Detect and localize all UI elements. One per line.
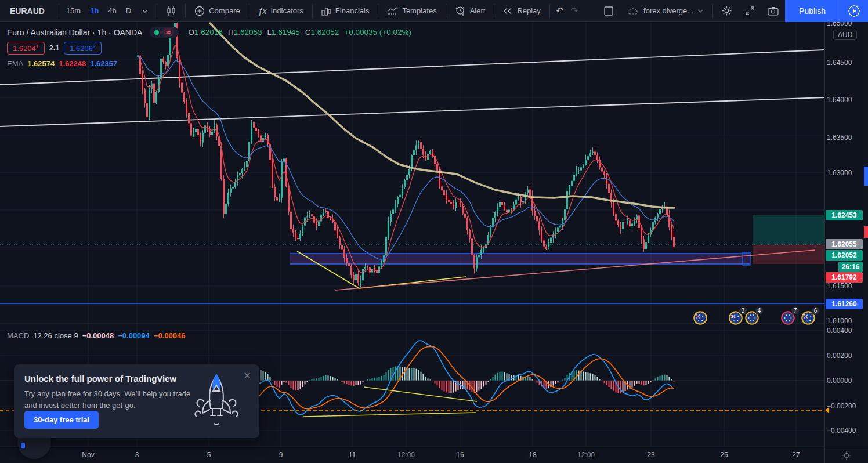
ema-value-2: 1.62248 [59, 59, 86, 68]
timeframe-4h[interactable]: 4h [103, 0, 121, 22]
compare-button[interactable]: Compare [188, 0, 246, 22]
compare-plus-icon [194, 6, 205, 16]
chart-style-button[interactable] [160, 0, 183, 22]
alert-clock-icon [455, 6, 466, 16]
macd-signal-value: −0.00046 [154, 331, 186, 340]
price-tick: 1.61000 [827, 317, 852, 325]
toolbar-separator [378, 4, 378, 18]
toolbar-separator [712, 4, 713, 18]
alert-button[interactable]: Alert [449, 0, 492, 22]
templates-label: Templates [402, 6, 436, 15]
price-axis[interactable]: AUD 1.650001.645001.640001.635001.630001… [824, 22, 863, 447]
time-axis[interactable]: Nov3591112:00161812:00232527 [0, 447, 824, 463]
price-tick: 1.64500 [827, 59, 852, 67]
ema-value-3: 1.62357 [90, 59, 117, 68]
redo-icon: ↷ [570, 5, 578, 16]
toolbar-separator [446, 4, 446, 18]
time-label: Nov [82, 451, 94, 459]
high-value: 1.62053 [234, 28, 262, 37]
macd-tick: 0.00400 [827, 327, 852, 335]
chevron-down-icon [697, 9, 703, 13]
spread-value: 2.1 [49, 44, 59, 52]
ema-legend[interactable]: EMA 1.62574 1.62248 1.62357 [7, 59, 117, 68]
macd-params: 12 26 close 9 [33, 331, 78, 340]
economic-event-badge-eu[interactable]: 7 [780, 310, 795, 328]
timeframe-1h[interactable]: 1h [85, 0, 103, 22]
macd-name: MACD [7, 331, 29, 340]
replay-icon [503, 8, 513, 15]
fullscreen-button[interactable] [739, 0, 761, 22]
price-label-badge: 1.62055 [826, 239, 863, 249]
macd-tick: −0.00400 [827, 426, 856, 435]
toolbar-separator [494, 4, 494, 18]
price-tick: 1.63500 [827, 133, 852, 142]
time-label: 18 [529, 451, 536, 459]
economic-event-badge-au[interactable] [693, 310, 708, 328]
undo-button[interactable]: ↶ [552, 0, 567, 22]
timezone-corner[interactable] [824, 447, 868, 463]
layout-select-button[interactable] [597, 0, 620, 22]
macd-line-value: −0.00094 [118, 331, 150, 340]
fx-icon: ƒx [258, 6, 267, 16]
edge-sliver [864, 167, 868, 186]
time-label: 11 [349, 451, 356, 459]
close-value: 1.62052 [311, 28, 339, 37]
replay-button[interactable]: Replay [497, 0, 547, 22]
time-label: 16 [456, 451, 464, 459]
indicators-button[interactable]: ƒx Indicators [252, 0, 310, 22]
price-tick: 1.64000 [827, 96, 852, 104]
currency-badge[interactable]: AUD [833, 30, 857, 40]
open-label: O [189, 28, 195, 37]
timeframe-15m[interactable]: 15m [62, 0, 85, 22]
tradingview-window: EURAUD 15m 1h 4h D Compare ƒx Indicators [0, 0, 868, 463]
toolbar-separator [185, 4, 186, 18]
economic-event-badge-au[interactable]: 6 [801, 310, 816, 328]
time-label: 27 [792, 451, 800, 459]
time-label: 12:00 [577, 451, 595, 459]
macd-tick: 0.00000 [827, 377, 852, 385]
close-icon[interactable]: ✕ [244, 370, 251, 381]
popup-body: Try any plan free for 30 days. We’ll hel… [24, 388, 204, 411]
time-label: 23 [647, 451, 654, 459]
time-label: 5 [207, 451, 211, 459]
price-label-badge: 1.62052 [826, 250, 863, 261]
macd-legend[interactable]: MACD 12 26 close 9 −0.00048 −0.00094 −0.… [7, 331, 185, 340]
close-label: C [305, 28, 311, 37]
market-status-pill[interactable]: ≈ [150, 27, 178, 38]
toolbar-separator [59, 4, 59, 18]
rocket-illustration [193, 370, 240, 433]
timeframe-menu-button[interactable] [136, 0, 154, 22]
publish-button[interactable]: Publish [785, 0, 840, 22]
symbol-button[interactable]: EURAUD [0, 0, 56, 22]
symbol-legend[interactable]: Euro / Australian Dollar · 1h · OANDA ≈ … [7, 27, 411, 38]
replay-label: Replay [517, 6, 540, 15]
event-count: 7 [791, 306, 800, 315]
buy-button[interactable]: 1.62062 [64, 42, 102, 55]
redo-button[interactable]: ↷ [567, 0, 581, 22]
templates-button[interactable]: Templates [381, 0, 443, 22]
time-label: 9 [279, 451, 283, 459]
open-value: 1.62016 [194, 28, 223, 37]
economic-event-badge-eu[interactable]: 4 [744, 310, 760, 328]
settings-button[interactable] [715, 0, 739, 22]
low-label: L [267, 28, 272, 37]
timeframe-d[interactable]: D [121, 0, 136, 22]
screenshot-button[interactable] [761, 0, 785, 22]
free-trial-button[interactable]: 30-day free trial [24, 411, 99, 429]
ema-value-1: 1.62574 [27, 59, 55, 68]
templates-icon [387, 6, 398, 16]
financials-button[interactable]: Financials [315, 0, 376, 22]
ohlc-values: O1.62016 H1.62053 L1.61945 C1.62052 +0.0… [189, 28, 411, 37]
undo-icon: ↶ [556, 5, 563, 16]
price-tick: 1.61500 [827, 282, 852, 290]
market-open-dot-icon [154, 30, 159, 35]
layout-name-button[interactable]: forex diverge... [620, 0, 710, 22]
event-count: 6 [811, 306, 820, 315]
ema-label: EMA [7, 59, 23, 68]
event-count: 4 [755, 306, 764, 315]
candlestick-icon [166, 6, 176, 16]
toolbar-right: forex diverge... [597, 0, 868, 22]
economic-event-badge-au[interactable]: 3 [728, 310, 743, 328]
publish-idea-menu-button[interactable] [840, 0, 868, 22]
sell-button[interactable]: 1.62041 [7, 42, 45, 55]
